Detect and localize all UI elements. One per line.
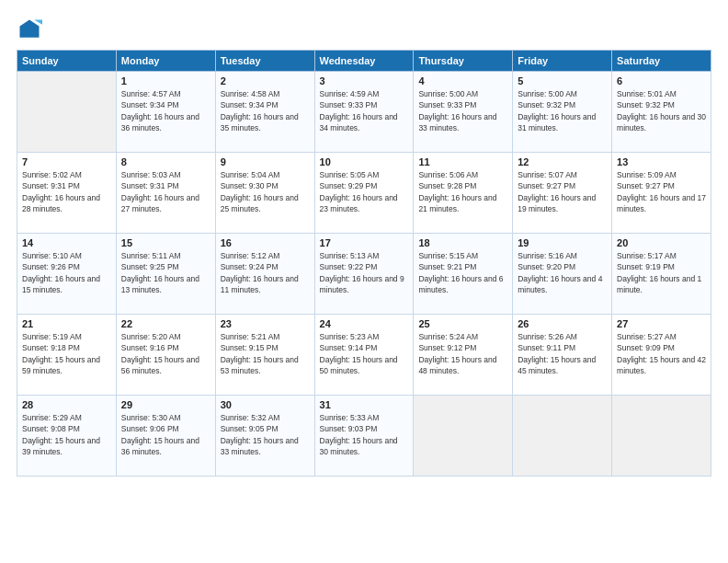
weekday-header-saturday: Saturday (612, 51, 711, 72)
day-info: Sunrise: 5:07 AMSunset: 9:27 PMDaylight:… (518, 169, 607, 214)
calendar-cell: 14Sunrise: 5:10 AMSunset: 9:26 PMDayligh… (17, 234, 117, 315)
calendar-week-1: 1Sunrise: 4:57 AMSunset: 9:34 PMDaylight… (17, 72, 711, 153)
day-number: 21 (22, 318, 111, 329)
calendar-cell: 4Sunrise: 5:00 AMSunset: 9:33 PMDaylight… (414, 72, 513, 153)
day-info: Sunrise: 5:33 AMSunset: 9:03 PMDaylight:… (320, 412, 409, 457)
day-info: Sunrise: 5:02 AMSunset: 9:31 PMDaylight:… (22, 169, 111, 214)
day-number: 19 (518, 237, 607, 248)
calendar-cell: 5Sunrise: 5:00 AMSunset: 9:32 PMDaylight… (513, 72, 612, 153)
day-info: Sunrise: 5:19 AMSunset: 9:18 PMDaylight:… (22, 331, 111, 376)
day-number: 27 (617, 318, 706, 329)
calendar-cell (414, 396, 513, 477)
calendar-week-5: 28Sunrise: 5:29 AMSunset: 9:08 PMDayligh… (17, 396, 711, 477)
day-number: 24 (320, 318, 409, 329)
day-info: Sunrise: 5:10 AMSunset: 9:26 PMDaylight:… (22, 250, 111, 295)
day-info: Sunrise: 5:12 AMSunset: 9:24 PMDaylight:… (221, 250, 310, 295)
day-info: Sunrise: 5:11 AMSunset: 9:25 PMDaylight:… (121, 250, 210, 295)
weekday-header-monday: Monday (116, 51, 215, 72)
calendar-cell: 30Sunrise: 5:32 AMSunset: 9:05 PMDayligh… (215, 396, 314, 477)
day-number: 28 (22, 399, 111, 410)
calendar-week-3: 14Sunrise: 5:10 AMSunset: 9:26 PMDayligh… (17, 234, 711, 315)
day-info: Sunrise: 5:00 AMSunset: 9:32 PMDaylight:… (518, 88, 607, 133)
weekday-header-thursday: Thursday (414, 51, 513, 72)
day-number: 22 (121, 318, 210, 329)
calendar-body: 1Sunrise: 4:57 AMSunset: 9:34 PMDaylight… (17, 72, 711, 477)
day-number: 17 (320, 237, 409, 248)
calendar-cell: 13Sunrise: 5:09 AMSunset: 9:27 PMDayligh… (612, 153, 711, 234)
calendar-cell: 19Sunrise: 5:16 AMSunset: 9:20 PMDayligh… (513, 234, 612, 315)
day-number: 4 (418, 75, 507, 86)
day-info: Sunrise: 5:30 AMSunset: 9:06 PMDaylight:… (121, 412, 210, 457)
calendar-cell: 24Sunrise: 5:23 AMSunset: 9:14 PMDayligh… (314, 315, 414, 396)
calendar-cell: 22Sunrise: 5:20 AMSunset: 9:16 PMDayligh… (116, 315, 215, 396)
day-info: Sunrise: 5:21 AMSunset: 9:15 PMDaylight:… (221, 331, 310, 376)
day-info: Sunrise: 5:05 AMSunset: 9:29 PMDaylight:… (320, 169, 409, 214)
calendar-cell: 2Sunrise: 4:58 AMSunset: 9:34 PMDaylight… (215, 72, 314, 153)
calendar-cell (17, 72, 117, 153)
calendar-cell: 28Sunrise: 5:29 AMSunset: 9:08 PMDayligh… (17, 396, 117, 477)
day-number: 1 (121, 75, 210, 86)
calendar-cell: 26Sunrise: 5:26 AMSunset: 9:11 PMDayligh… (513, 315, 612, 396)
day-info: Sunrise: 5:17 AMSunset: 9:19 PMDaylight:… (617, 250, 706, 295)
calendar-cell: 17Sunrise: 5:13 AMSunset: 9:22 PMDayligh… (314, 234, 414, 315)
svg-marker-0 (20, 20, 40, 38)
day-number: 9 (221, 156, 310, 167)
logo-icon (17, 17, 42, 42)
weekday-header-friday: Friday (513, 51, 612, 72)
calendar-cell: 3Sunrise: 4:59 AMSunset: 9:33 PMDaylight… (314, 72, 414, 153)
day-number: 23 (221, 318, 310, 329)
day-number: 15 (121, 237, 210, 248)
day-number: 25 (418, 318, 507, 329)
day-info: Sunrise: 5:04 AMSunset: 9:30 PMDaylight:… (221, 169, 310, 214)
calendar-cell (513, 396, 612, 477)
day-number: 6 (617, 75, 706, 86)
calendar-cell: 7Sunrise: 5:02 AMSunset: 9:31 PMDaylight… (17, 153, 117, 234)
day-info: Sunrise: 5:03 AMSunset: 9:31 PMDaylight:… (121, 169, 210, 214)
day-number: 31 (320, 399, 409, 410)
day-number: 13 (617, 156, 706, 167)
calendar-week-2: 7Sunrise: 5:02 AMSunset: 9:31 PMDaylight… (17, 153, 711, 234)
day-number: 5 (518, 75, 607, 86)
calendar-cell (612, 396, 711, 477)
calendar-cell: 29Sunrise: 5:30 AMSunset: 9:06 PMDayligh… (116, 396, 215, 477)
day-number: 2 (221, 75, 310, 86)
calendar-cell: 12Sunrise: 5:07 AMSunset: 9:27 PMDayligh… (513, 153, 612, 234)
calendar-week-4: 21Sunrise: 5:19 AMSunset: 9:18 PMDayligh… (17, 315, 711, 396)
day-info: Sunrise: 5:29 AMSunset: 9:08 PMDaylight:… (22, 412, 111, 457)
day-info: Sunrise: 4:58 AMSunset: 9:34 PMDaylight:… (221, 88, 310, 133)
calendar-cell: 16Sunrise: 5:12 AMSunset: 9:24 PMDayligh… (215, 234, 314, 315)
page-header (17, 17, 711, 42)
day-number: 30 (221, 399, 310, 410)
day-number: 3 (320, 75, 409, 86)
weekday-header-sunday: Sunday (17, 51, 117, 72)
day-info: Sunrise: 5:06 AMSunset: 9:28 PMDaylight:… (418, 169, 507, 214)
day-info: Sunrise: 5:00 AMSunset: 9:33 PMDaylight:… (418, 88, 507, 133)
day-number: 16 (221, 237, 310, 248)
calendar-cell: 25Sunrise: 5:24 AMSunset: 9:12 PMDayligh… (414, 315, 513, 396)
calendar-cell: 15Sunrise: 5:11 AMSunset: 9:25 PMDayligh… (116, 234, 215, 315)
calendar-cell: 11Sunrise: 5:06 AMSunset: 9:28 PMDayligh… (414, 153, 513, 234)
weekday-header-tuesday: Tuesday (215, 51, 314, 72)
day-number: 29 (121, 399, 210, 410)
calendar-cell: 10Sunrise: 5:05 AMSunset: 9:29 PMDayligh… (314, 153, 414, 234)
day-info: Sunrise: 5:32 AMSunset: 9:05 PMDaylight:… (221, 412, 310, 457)
calendar-cell: 27Sunrise: 5:27 AMSunset: 9:09 PMDayligh… (612, 315, 711, 396)
day-info: Sunrise: 5:20 AMSunset: 9:16 PMDaylight:… (121, 331, 210, 376)
day-number: 20 (617, 237, 706, 248)
day-info: Sunrise: 4:57 AMSunset: 9:34 PMDaylight:… (121, 88, 210, 133)
calendar-cell: 21Sunrise: 5:19 AMSunset: 9:18 PMDayligh… (17, 315, 117, 396)
calendar-cell: 20Sunrise: 5:17 AMSunset: 9:19 PMDayligh… (612, 234, 711, 315)
day-info: Sunrise: 4:59 AMSunset: 9:33 PMDaylight:… (320, 88, 409, 133)
day-number: 26 (518, 318, 607, 329)
day-number: 14 (22, 237, 111, 248)
weekday-header-wednesday: Wednesday (314, 51, 414, 72)
day-number: 7 (22, 156, 111, 167)
calendar-page: SundayMondayTuesdayWednesdayThursdayFrid… (0, 0, 728, 563)
day-info: Sunrise: 5:09 AMSunset: 9:27 PMDaylight:… (617, 169, 706, 214)
day-info: Sunrise: 5:13 AMSunset: 9:22 PMDaylight:… (320, 250, 409, 295)
day-info: Sunrise: 5:16 AMSunset: 9:20 PMDaylight:… (518, 250, 607, 295)
day-number: 18 (418, 237, 507, 248)
day-info: Sunrise: 5:24 AMSunset: 9:12 PMDaylight:… (418, 331, 507, 376)
day-info: Sunrise: 5:01 AMSunset: 9:32 PMDaylight:… (617, 88, 706, 133)
day-number: 12 (518, 156, 607, 167)
